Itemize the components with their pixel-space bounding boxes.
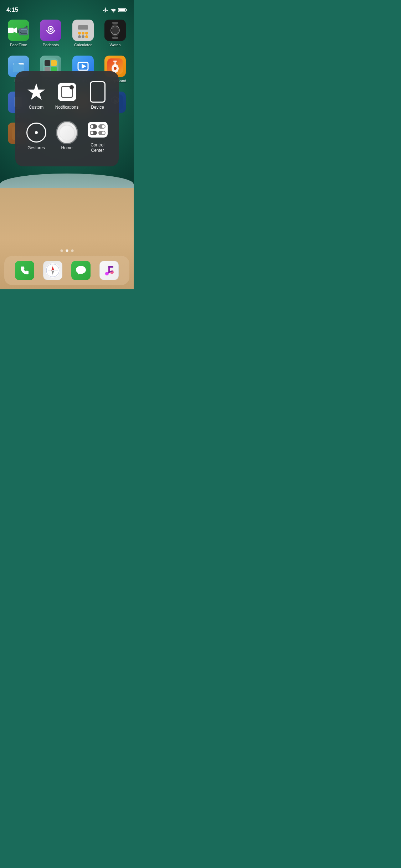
- svg-rect-32: [113, 61, 117, 62]
- page-dot-2: [66, 249, 68, 252]
- dock-music[interactable]: [99, 261, 119, 280]
- home-icon: [57, 122, 77, 143]
- watch-icon: [104, 20, 126, 41]
- dock-safari[interactable]: [43, 261, 62, 280]
- wifi-icon: [110, 7, 116, 12]
- svg-point-14: [85, 35, 88, 38]
- dock: [4, 256, 129, 285]
- dock-music-icon: [99, 261, 119, 280]
- assistive-device[interactable]: Device: [82, 78, 113, 113]
- page-dot-1: [60, 249, 63, 252]
- facetime-icon: [8, 20, 29, 41]
- toggle-3: [90, 131, 97, 135]
- battery-icon: [118, 7, 127, 12]
- app-podcasts[interactable]: Podcasts: [38, 20, 63, 47]
- app-row-1: FaceTime Podcasts: [6, 20, 128, 47]
- assistive-gestures[interactable]: Gestures: [21, 116, 52, 156]
- control-center-icon-wrap: [88, 120, 108, 140]
- gestures-icon-wrap: [26, 123, 46, 143]
- assistive-control-center[interactable]: ControlCenter: [82, 116, 113, 156]
- notifications-label: Notifications: [55, 105, 78, 110]
- calculator-label: Calculator: [74, 43, 92, 47]
- status-bar: 4:15: [0, 0, 134, 16]
- page-dot-3: [71, 249, 73, 252]
- svg-point-6: [50, 28, 52, 30]
- dock-messages-icon: [71, 261, 91, 280]
- device-label: Device: [91, 105, 104, 110]
- dock-phone-icon: [15, 261, 34, 280]
- svg-rect-1: [126, 9, 127, 11]
- notifications-icon-wrap: [57, 82, 77, 102]
- notif-inner: [61, 86, 73, 98]
- svg-point-13: [82, 35, 84, 38]
- svg-point-11: [85, 32, 88, 35]
- dock-messages[interactable]: [71, 261, 91, 280]
- status-icons: [103, 7, 127, 13]
- svg-rect-24: [51, 60, 57, 66]
- svg-point-64: [105, 272, 109, 275]
- control-center-label: ControlCenter: [91, 143, 104, 153]
- svg-rect-21: [13, 64, 24, 72]
- svg-point-10: [82, 32, 84, 35]
- svg-rect-15: [112, 22, 118, 24]
- toggle-2: [98, 124, 106, 129]
- gestures-label: Gestures: [27, 145, 45, 150]
- dock-phone[interactable]: [15, 261, 34, 280]
- home-inner: [59, 125, 75, 140]
- facetime-label: FaceTime: [10, 43, 27, 47]
- calculator-icon: [72, 20, 94, 41]
- assistive-touch-overlay: ★ Custom Notifications Device: [15, 71, 119, 166]
- toggle-4: [98, 131, 106, 135]
- app-calculator[interactable]: Calculator: [70, 20, 96, 47]
- airplane-icon: [103, 7, 108, 13]
- app-watch[interactable]: Watch: [102, 20, 128, 47]
- device-icon-wrap: [88, 82, 108, 102]
- notifications-icon: [58, 83, 76, 101]
- dock-safari-icon: [43, 261, 62, 280]
- gestures-icon: [26, 123, 46, 143]
- assistive-home[interactable]: Home: [52, 116, 82, 156]
- assistive-grid: ★ Custom Notifications Device: [21, 78, 113, 159]
- svg-rect-67: [108, 266, 113, 268]
- notif-dot: [70, 85, 74, 89]
- custom-icon-wrap: ★: [26, 82, 46, 102]
- assistive-custom[interactable]: ★ Custom: [21, 78, 52, 113]
- svg-point-12: [78, 35, 81, 38]
- star-icon: ★: [26, 81, 46, 103]
- svg-point-9: [78, 32, 81, 35]
- toggle-1: [90, 124, 97, 129]
- device-icon: [90, 81, 106, 103]
- page-dots: [60, 249, 73, 252]
- assistive-notifications[interactable]: Notifications: [52, 78, 82, 113]
- gestures-dot: [35, 131, 38, 134]
- svg-point-33: [114, 67, 117, 70]
- watch-label: Watch: [110, 43, 121, 47]
- status-time: 4:15: [6, 6, 18, 14]
- control-center-icon: [88, 122, 108, 138]
- custom-label: Custom: [29, 105, 43, 110]
- svg-marker-28: [82, 64, 86, 69]
- app-facetime[interactable]: FaceTime: [6, 20, 31, 47]
- svg-marker-4: [14, 27, 17, 33]
- svg-rect-23: [45, 60, 50, 66]
- svg-rect-19: [112, 37, 118, 39]
- podcasts-icon: [40, 20, 61, 41]
- home-icon-wrap: [57, 123, 77, 143]
- svg-rect-3: [8, 28, 14, 33]
- svg-rect-8: [78, 25, 88, 30]
- home-label: Home: [61, 145, 72, 150]
- svg-rect-2: [119, 9, 125, 11]
- podcasts-label: Podcasts: [43, 43, 59, 47]
